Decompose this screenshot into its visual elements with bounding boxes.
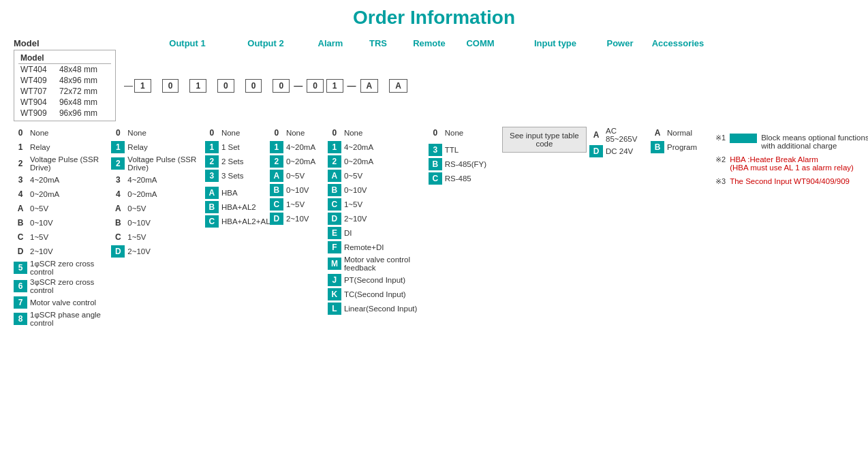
trs-opt-B: B0~10V [270,184,325,196]
teal-block-icon [730,134,757,143]
model-table: Model WT40448x48 mm WT40948x96 mm WT7077… [14,50,116,121]
output1-opt-B: B0~10V [14,217,108,229]
trs-opt-2: 20~20mA [270,155,325,168]
alarm-opt-3: 33 Sets [205,170,267,182]
power-opt-A: AAC 85~265V [589,127,648,143]
comm-opt-C: CRS-485 [429,172,494,185]
header-model: Model [14,38,129,48]
output1-opt-6: 63φSCR zero cross control [14,278,108,294]
alarm-opt-2: 22 Sets [205,155,267,168]
remote-opt-L: LLinear(Second Input) [328,303,426,315]
order-code-7: 0 [307,79,324,93]
model-row-wt707: WT70772x72 mm [18,86,111,97]
output1-opt-C: C1~5V [14,231,108,243]
accessories-opt-A: ANormal [651,127,709,139]
accessories-opt-B: BProgram [651,141,709,153]
output2-opt-3: 34~20mA [111,174,202,186]
remote-opt-2: 20~20mA [328,155,426,168]
output1-opt-5: 51φSCR zero cross control [14,260,108,276]
order-code-1: 1 [134,79,151,93]
output1-opt-3: 34~20mA [14,174,108,186]
header-accessories: Accessories [647,38,709,48]
alarm-opt-C: CHBA+AL2+AL3 [205,215,267,228]
order-code-9: A [360,79,379,93]
accessories-column: ANormal BProgram [651,127,709,329]
order-code-3: 1 [189,79,206,93]
model-row-wt404: WT40448x48 mm [18,64,111,76]
order-code-10: A [389,79,407,93]
inputtype-column: See input type table code [502,127,589,329]
order-code-5: 0 [245,79,262,93]
output2-opt-A: A0~5V [111,202,202,215]
header-power: Power [593,38,647,48]
output1-opt-1: 1Relay [14,141,108,153]
alarm-opt-1: 11 Set [205,141,267,153]
output1-opt-A: A0~5V [14,202,108,215]
trs-column: 0None 14~20mA 20~20mA A0~5V B0~10V C1~5V… [270,127,328,329]
output1-opt-8: 81φSCR phase angle control [14,311,108,327]
column-headers: Model Output 1 Output 2 Alarm TRS Remote… [14,38,709,48]
output1-opt-7: 7Motor valve control [14,296,108,309]
remote-opt-C: C1~5V [328,198,426,211]
header-remote: Remote [402,38,456,48]
output1-opt-4: 40~20mA [14,188,108,200]
header-comm: COMM [456,38,504,48]
model-header: Model [18,52,111,64]
note-3: ※3 The Second Input WT904/409/909 [715,177,868,186]
output1-column: 0None 1Relay 2Voltage Pulse (SSR Drive) … [14,127,111,329]
output2-column: 0None 1Relay 2Voltage Pulse (SSR Drive) … [111,127,205,329]
comm-column: 0None 3TTL BRS-485(FY) CRS-485 [429,127,497,329]
trs-opt-A: A0~5V [270,170,325,182]
output2-opt-2: 2Voltage Pulse (SSR Drive) [111,155,202,172]
order-code-6: 0 [273,79,290,93]
notes-panel: ※1 Block means optional functionswith ad… [715,38,868,329]
trs-opt-1: 14~20mA [270,141,325,153]
page-title: Order Information [14,7,854,29]
model-row-wt409: WT40948x96 mm [18,75,111,86]
comm-opt-B: BRS-485(FY) [429,158,494,170]
inputtype-note: See input type table code [502,127,587,153]
trs-opt-0: 0None [270,127,325,139]
remote-opt-B: B0~10V [328,184,426,196]
remote-opt-K: KTC(Second Input) [328,288,426,300]
header-output2: Output 2 [225,38,307,48]
output2-opt-1: 1Relay [111,141,202,153]
order-code-display: — 1 0 1 0 0 0 — 0 1 — A A [124,79,407,93]
remote-opt-1: 14~20mA [328,141,426,153]
output2-opt-C: C1~5V [111,231,202,243]
power-column: AAC 85~265V DDC 24V [589,127,651,329]
output1-opt-D: D2~10V [14,245,108,258]
order-code-4: 0 [217,79,234,93]
remote-opt-M: MMotor valve control feedback [328,256,426,272]
remote-opt-0: 0None [328,127,426,139]
remote-opt-J: JPT(Second Input) [328,274,426,286]
output2-opt-0: 0None [111,127,202,139]
remote-opt-F: FRemote+DI [328,241,426,253]
note-1: ※1 Block means optional functionswith ad… [715,134,868,150]
model-row-wt904: WT90496x48 mm [18,97,111,108]
remote-opt-E: EDI [328,227,426,239]
order-code-8: 1 [326,79,343,93]
remote-opt-D: D2~10V [328,213,426,225]
comm-opt-0: 0None [429,127,494,139]
model-row-wt909: WT90996x96 mm [18,108,111,119]
alarm-opt-B: BHBA+AL2 [205,201,267,213]
header-output1: Output 1 [150,38,225,48]
header-trs: TRS [354,38,402,48]
trs-opt-D: D2~10V [270,213,325,225]
note-2: ※2 HBA :Heater Break Alarm(HBA must use … [715,155,868,172]
output1-opt-2: 2Voltage Pulse (SSR Drive) [14,155,108,172]
comm-opt-3: 3TTL [429,144,494,156]
trs-opt-C: C1~5V [270,198,325,211]
remote-opt-A: A0~5V [328,170,426,182]
order-code-2: 0 [162,79,179,93]
header-inputtype: Input type [518,38,593,48]
power-opt-D: DDC 24V [589,145,648,157]
alarm-opt-A: AHBA [205,187,267,199]
remote-column: 0None 14~20mA 20~20mA A0~5V B0~10V C1~5V… [328,127,429,329]
output1-opt-0: 0None [14,127,108,139]
output2-opt-4: 40~20mA [111,188,202,200]
output2-opt-D: D2~10V [111,245,202,258]
alarm-column: 0None 11 Set 22 Sets 33 Sets AHBA BHBA+A… [205,127,270,329]
header-alarm: Alarm [307,38,354,48]
